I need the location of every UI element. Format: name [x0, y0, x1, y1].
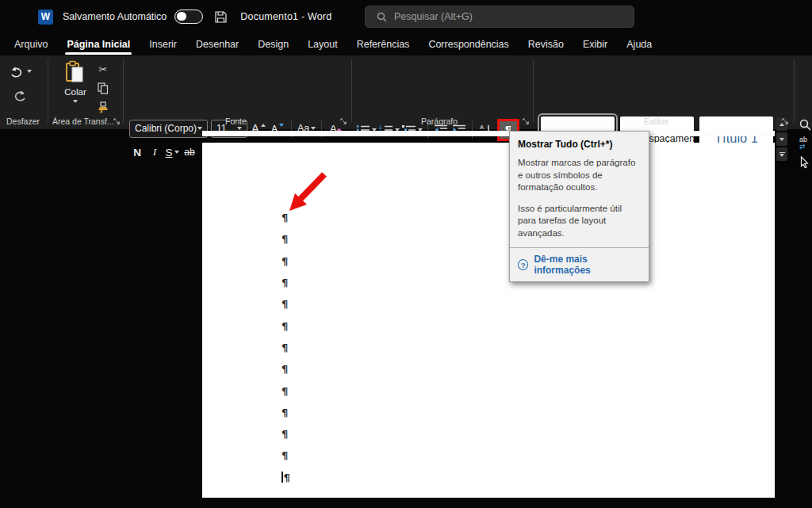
pilcrow-mark: ¶ — [282, 423, 290, 445]
copy-icon — [98, 82, 109, 94]
pilcrow-mark: ¶ — [282, 250, 290, 272]
format-painter-icon — [97, 101, 109, 113]
group-divider — [794, 59, 795, 123]
tooltip-help-link[interactable]: ? Dê-me mais informações — [518, 248, 641, 276]
copy-button[interactable] — [95, 81, 111, 95]
tab-inserir[interactable]: Inserir — [141, 33, 185, 55]
clipboard-icon — [65, 60, 86, 86]
tooltip-link-label: Dê-me mais informações — [534, 254, 641, 276]
tab-ajuda[interactable]: Ajuda — [619, 33, 660, 55]
cursor-arrow-icon — [799, 156, 810, 169]
font-name-combo[interactable]: Calibri (Corpo) — [129, 120, 208, 138]
numbering-button[interactable]: 123 — [379, 120, 400, 139]
title-bar: W Salvamento Automático Documento1 - Wor… — [0, 0, 812, 33]
clipboard-small-buttons: ✂ — [95, 62, 111, 114]
sort-button[interactable]: AZ — [477, 120, 493, 139]
styles-dialog-launcher[interactable] — [782, 118, 789, 125]
pilcrow-mark: ¶ — [282, 445, 290, 466]
autosave-toggle[interactable] — [174, 10, 203, 24]
bullets-button[interactable] — [356, 120, 377, 139]
caret-down-icon — [779, 154, 784, 157]
chevron-down-icon — [237, 127, 242, 130]
text-cursor — [282, 472, 283, 483]
help-question-icon: ? — [518, 259, 528, 270]
bold-button[interactable]: N — [129, 143, 145, 162]
undo-button[interactable] — [8, 62, 24, 81]
tab-correspondencias[interactable]: Correspondências — [420, 33, 516, 55]
pilcrow-column: ¶¶¶¶¶¶¶¶¶¶¶¶¶ — [282, 207, 290, 488]
tab-layout[interactable]: Layout — [300, 33, 346, 55]
save-icon[interactable] — [214, 10, 228, 24]
font-name-value: Calibri (Corpo) — [135, 123, 197, 134]
search-icon — [799, 119, 811, 131]
bar — [779, 152, 785, 153]
styles-scroll-down-button[interactable] — [776, 132, 787, 146]
toggle-knob — [177, 12, 186, 21]
italic-button[interactable]: I — [147, 143, 163, 162]
pilcrow-mark: ¶ — [282, 358, 290, 380]
paste-label: Colar — [64, 87, 86, 97]
tooltip-title: Mostrar Tudo (Ctrl+*) — [518, 139, 641, 150]
cut-button[interactable]: ✂ — [95, 62, 111, 76]
page-top-edge — [202, 131, 775, 136]
group-divider — [48, 59, 48, 123]
format-painter-button[interactable] — [95, 100, 111, 114]
search-box[interactable]: Pesquisar (Alt+G) — [365, 6, 634, 28]
select-button[interactable] — [799, 156, 811, 169]
pilcrow-mark: ¶ — [282, 467, 290, 488]
paragraph-group-label: Parágrafo — [421, 116, 458, 126]
pilcrow-mark: ¶ — [282, 293, 290, 315]
document-title: Documento1 - Word — [240, 11, 331, 22]
tooltip-body-2: Isso é particularmente útil para tarefas… — [518, 203, 641, 240]
paste-button[interactable]: Colar — [57, 60, 94, 114]
chevron-down-icon — [197, 127, 202, 130]
pilcrow-mark: ¶ — [282, 337, 290, 358]
styles-more-button[interactable] — [776, 147, 787, 161]
multilevel-list-button[interactable] — [402, 120, 423, 139]
caret-down-icon — [779, 138, 784, 141]
show-all-tooltip: Mostrar Tudo (Ctrl+*) Mostrar marcas de … — [509, 131, 649, 282]
strikethrough-button[interactable]: ab — [182, 143, 197, 162]
pilcrow-mark: ¶ — [282, 272, 290, 293]
tab-design[interactable]: Design — [250, 33, 297, 55]
paragraph-dialog-launcher[interactable] — [523, 118, 530, 125]
pilcrow-mark: ¶ — [282, 402, 290, 423]
group-divider — [351, 59, 352, 123]
chevron-down-icon — [311, 127, 316, 130]
autosave-label: Salvamento Automático — [63, 11, 167, 22]
tab-exibir[interactable]: Exibir — [575, 33, 615, 55]
clipboard-group-label: Área de Transf... — [52, 116, 114, 126]
group-divider — [533, 59, 534, 123]
caret-down-icon — [279, 124, 284, 127]
underline-button[interactable]: S — [164, 143, 180, 162]
search-placeholder: Pesquisar (Alt+G) — [394, 11, 473, 22]
paste-dropdown-caret[interactable] — [73, 100, 78, 103]
ribbon-tab-row: Arquivo Página Inicial Inserir Desenhar … — [0, 33, 812, 55]
swap-arrows-icon: ⇄ — [799, 143, 806, 151]
tab-arquivo[interactable]: Arquivo — [6, 33, 56, 55]
caret-up-icon — [261, 124, 266, 127]
pilcrow-mark: ¶ — [282, 315, 290, 336]
font-group-label: Fonte — [225, 116, 247, 126]
redo-button[interactable] — [8, 86, 32, 105]
find-button[interactable] — [799, 119, 811, 131]
search-icon — [377, 12, 387, 22]
undo-dropdown-caret[interactable] — [27, 70, 32, 73]
font-dialog-launcher[interactable] — [340, 118, 347, 125]
editing-group: ab ⇄ — [799, 119, 811, 169]
clipboard-dialog-launcher[interactable] — [113, 118, 121, 125]
tab-referencias[interactable]: Referências — [349, 33, 418, 55]
replace-button[interactable]: ab ⇄ — [799, 136, 811, 151]
tooltip-body-1: Mostrar marcas de parágrafo e outros sím… — [518, 157, 641, 194]
pilcrow-mark: ¶ — [282, 228, 290, 250]
undo-group — [8, 62, 32, 105]
chevron-down-icon — [174, 151, 179, 154]
scissors-icon: ✂ — [99, 63, 108, 75]
styles-group-label: Estilos — [644, 116, 668, 126]
undo-group-label: Desfazer — [6, 116, 40, 126]
tab-pagina-inicial[interactable]: Página Inicial — [59, 33, 138, 55]
group-divider — [123, 59, 124, 123]
tab-desenhar[interactable]: Desenhar — [188, 33, 247, 55]
red-annotation-arrow — [282, 166, 331, 216]
tab-revisao[interactable]: Revisão — [520, 33, 572, 55]
